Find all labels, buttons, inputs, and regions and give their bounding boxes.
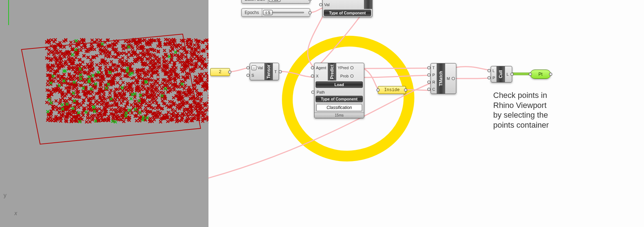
- input-agent[interactable]: Agent: [316, 64, 326, 71]
- timer-label: 15ms: [314, 113, 364, 118]
- output-grip[interactable]: [404, 89, 407, 92]
- classification-input[interactable]: [316, 104, 362, 111]
- point-param[interactable]: Pt: [530, 70, 551, 79]
- input-port[interactable]: Val: [324, 1, 362, 8]
- input-r[interactable]: R: [432, 79, 435, 86]
- component-footer: Type of Component: [324, 10, 371, 16]
- svg-text:y: y: [4, 192, 6, 198]
- annotation-note: Check points in Rhino Viewport by select…: [493, 90, 576, 130]
- slider-label: Batch Size: [242, 0, 268, 3]
- input-s[interactable]: S: [251, 72, 263, 79]
- rhino-viewport[interactable]: y x: [0, 0, 208, 227]
- output-ypred[interactable]: YPred: [338, 64, 349, 71]
- cull-component[interactable]: L P Cull L: [491, 66, 512, 82]
- slider-label: Epochs: [242, 9, 262, 16]
- svg-text:x: x: [14, 210, 18, 216]
- input-x[interactable]: X: [316, 72, 326, 80]
- component-title: Cull: [497, 66, 505, 82]
- component-title: [364, 0, 372, 9]
- output-prob[interactable]: Prob: [338, 72, 349, 80]
- component-title: Predict: [328, 63, 336, 81]
- output-l[interactable]: L: [506, 71, 509, 78]
- train-component[interactable]: Epochs Val Type of Component: [322, 0, 373, 17]
- output-t[interactable]: T: [274, 68, 277, 75]
- output-grip[interactable]: [549, 73, 552, 76]
- grasshopper-canvas[interactable]: Batch Size ◊ 20 Epochs ◊ 5 Epochs Val Ty…: [208, 0, 644, 227]
- slider-handle[interactable]: ◊ 20: [269, 0, 281, 2]
- input-path[interactable]: [311, 90, 314, 94]
- panel-inside[interactable]: Inside: [378, 86, 406, 94]
- panel-two[interactable]: 2: [210, 68, 230, 76]
- load-button[interactable]: Load: [316, 81, 363, 88]
- epochs-slider[interactable]: Epochs ◊ 5: [241, 8, 310, 17]
- input-p[interactable]: P: [432, 71, 435, 79]
- component-title: Tensor: [265, 63, 273, 80]
- component-title: TMatch: [437, 63, 445, 94]
- input-grip[interactable]: [376, 89, 380, 92]
- down-arrow-icon: ↓: [251, 65, 256, 70]
- input-t[interactable]: T: [432, 64, 435, 71]
- input-val[interactable]: ↓Val: [251, 64, 263, 71]
- input-grip[interactable]: [529, 73, 532, 76]
- point-cloud: [45, 38, 208, 123]
- tensor-component[interactable]: ↓Val S Tensor T: [250, 63, 279, 80]
- batch-size-slider[interactable]: Batch Size ◊ 20: [241, 0, 310, 4]
- output-grip[interactable]: [228, 71, 231, 74]
- predict-component[interactable]: Agent X Predict YPred Prob Load Path Typ…: [314, 63, 364, 118]
- type-label: Type of Component: [316, 96, 363, 102]
- slider-handle[interactable]: ◊ 5: [263, 10, 273, 15]
- output-m[interactable]: M: [447, 75, 450, 82]
- output-grip[interactable]: [308, 0, 312, 1]
- input-c[interactable]: C: [432, 86, 435, 93]
- tmatch-component[interactable]: T P R C TMatch M: [431, 63, 456, 94]
- input-l[interactable]: L: [492, 67, 495, 74]
- wires: [208, 0, 644, 227]
- input-p[interactable]: P: [492, 74, 495, 81]
- output-grip[interactable]: [308, 11, 312, 14]
